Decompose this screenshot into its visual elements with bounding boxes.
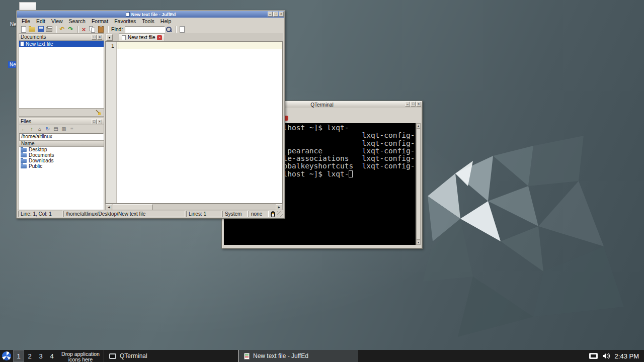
redo-icon[interactable]: ↷ xyxy=(67,26,74,33)
file-name: Documents xyxy=(29,152,54,158)
close-icon[interactable]: × xyxy=(416,102,421,107)
float-panel-icon[interactable]: □ xyxy=(92,35,97,40)
menu-format[interactable]: Format xyxy=(89,18,111,25)
maximize-icon[interactable]: □ xyxy=(273,12,278,17)
juffed-titlebar[interactable]: New text file - JuffEd xyxy=(17,11,284,18)
menu-tools[interactable]: Tools xyxy=(139,18,157,25)
broom-icon[interactable] xyxy=(95,109,102,116)
terminal-cursor xyxy=(349,170,353,177)
workspace-2[interactable]: 2 xyxy=(24,350,35,362)
open-file-icon[interactable] xyxy=(28,26,36,33)
editor-area: ▾ New text file × 1 xyxy=(105,33,283,204)
tab-list-icon[interactable]: ▾ xyxy=(106,34,113,41)
refresh-icon[interactable]: ↻ xyxy=(44,126,51,132)
tab-new-text-file[interactable]: New text file × xyxy=(119,33,165,41)
juffed-title: New text file - JuffEd xyxy=(131,12,176,17)
documents-panel: Documents □ × New text file xyxy=(19,33,104,117)
file-row-public[interactable]: Public xyxy=(19,163,104,169)
menu-edit[interactable]: Edit xyxy=(33,18,48,25)
scroll-down-icon[interactable]: ▼ xyxy=(416,240,421,245)
file-name: Public xyxy=(29,163,42,169)
clock[interactable]: 2:43 PM xyxy=(615,352,639,360)
task-label: QTerminal xyxy=(120,352,147,359)
list-view-icon[interactable]: ▥ xyxy=(60,126,67,132)
close-tab-icon[interactable]: × xyxy=(157,35,162,40)
scroll-up-icon[interactable]: ▲ xyxy=(416,123,421,128)
resize-grip[interactable] xyxy=(277,211,283,217)
file-list: Desktop Documents Downloads Public xyxy=(19,147,104,169)
name-column-header[interactable]: Name xyxy=(19,140,104,147)
tree-view-icon[interactable]: ≡ xyxy=(68,126,75,132)
file-row-downloads[interactable]: Downloads xyxy=(19,158,104,163)
new-file-icon[interactable] xyxy=(20,26,27,33)
path-field[interactable]: /home/altlinux xyxy=(19,133,104,140)
qterminal-icon xyxy=(109,353,116,359)
file-row-desktop[interactable]: Desktop xyxy=(19,147,104,152)
juffed-app-icon xyxy=(126,12,130,17)
float-panel-icon[interactable]: □ xyxy=(92,119,97,124)
folder-icon xyxy=(21,159,27,163)
documents-panel-title: Documents xyxy=(21,34,91,40)
toolbar: ↶ ↷ × Find: xyxy=(18,25,284,34)
task-button-juffed[interactable]: New text file - JuffEd xyxy=(238,350,358,362)
menu-search[interactable]: Search xyxy=(66,18,89,25)
undo-icon[interactable]: ↶ xyxy=(58,26,66,33)
menu-view[interactable]: View xyxy=(48,18,66,25)
workspace-3[interactable]: 3 xyxy=(35,350,46,362)
statusbar: Line: 1, Col: 1 /home/altlinux/Desktop/N… xyxy=(17,210,284,218)
menu-favorites[interactable]: Favorites xyxy=(111,18,139,25)
status-encoding[interactable]: System xyxy=(222,211,248,217)
start-menu-icon xyxy=(2,351,11,360)
search-icon[interactable] xyxy=(165,26,173,33)
find-in-files-icon[interactable] xyxy=(178,26,186,33)
text-editor[interactable]: 1 xyxy=(105,41,283,204)
back-icon[interactable]: ← xyxy=(20,126,27,132)
detail-view-icon[interactable]: ▤ xyxy=(52,126,59,132)
paste-icon[interactable] xyxy=(97,26,105,33)
line-number: 1 xyxy=(111,43,114,49)
find-input[interactable] xyxy=(125,26,165,33)
menu-help[interactable]: Help xyxy=(157,18,175,25)
tab-label: New text file xyxy=(128,35,155,40)
save-icon[interactable] xyxy=(37,26,44,33)
minimize-icon[interactable]: – xyxy=(268,12,273,17)
task-button-qterminal[interactable]: QTerminal xyxy=(104,350,238,362)
toolbar-separator xyxy=(176,26,176,33)
status-syntax[interactable]: none xyxy=(249,211,269,217)
desktop-artwork xyxy=(413,126,644,350)
juffed-window: New text file - JuffEd – □ × File Edit V… xyxy=(16,10,285,219)
start-menu-button[interactable] xyxy=(0,350,13,362)
close-icon[interactable]: × xyxy=(279,12,284,17)
status-lines: Lines: 1 xyxy=(186,211,221,217)
document-item-selected[interactable]: New text file xyxy=(19,41,104,47)
home-icon[interactable]: ⌂ xyxy=(36,126,43,132)
text-caret xyxy=(119,43,119,49)
volume-icon[interactable] xyxy=(602,352,610,359)
document-item-label: New text file xyxy=(26,41,53,47)
minimize-icon[interactable]: – xyxy=(405,102,410,107)
print-icon[interactable] xyxy=(45,26,53,33)
scrollbar-thumb[interactable] xyxy=(416,128,421,240)
maximize-icon[interactable]: □ xyxy=(411,102,416,107)
task-label: New text file - JuffEd xyxy=(253,352,308,359)
menu-file[interactable]: File xyxy=(19,18,33,25)
dock-panels: Documents □ × New text file Files □ xyxy=(19,33,104,210)
copy-icon[interactable] xyxy=(89,26,96,33)
toolbar-separator xyxy=(56,26,56,33)
toolbar-separator xyxy=(77,26,78,33)
file-row-documents[interactable]: Documents xyxy=(19,152,104,158)
terminal-scrollbar[interactable]: ▲ ▼ xyxy=(416,123,421,245)
close-panel-icon[interactable]: × xyxy=(97,119,102,124)
cut-icon[interactable]: × xyxy=(80,26,88,33)
workspace-4[interactable]: 4 xyxy=(46,350,57,362)
menubar: File Edit View Search Format Favorites T… xyxy=(18,18,284,25)
system-tray: 2:43 PM xyxy=(589,352,644,360)
workspace-1[interactable]: 1 xyxy=(13,350,24,362)
quicklaunch-drop-hint: Drop application icons here xyxy=(57,350,104,362)
close-panel-icon[interactable]: × xyxy=(97,35,102,40)
tab-bar: ▾ New text file × xyxy=(105,33,283,41)
find-label: Find: xyxy=(111,26,123,32)
up-icon[interactable]: ↑ xyxy=(28,126,35,132)
display-tray-icon[interactable] xyxy=(589,353,598,359)
status-file-path: /home/altlinux/Desktop/New text file xyxy=(63,211,185,217)
